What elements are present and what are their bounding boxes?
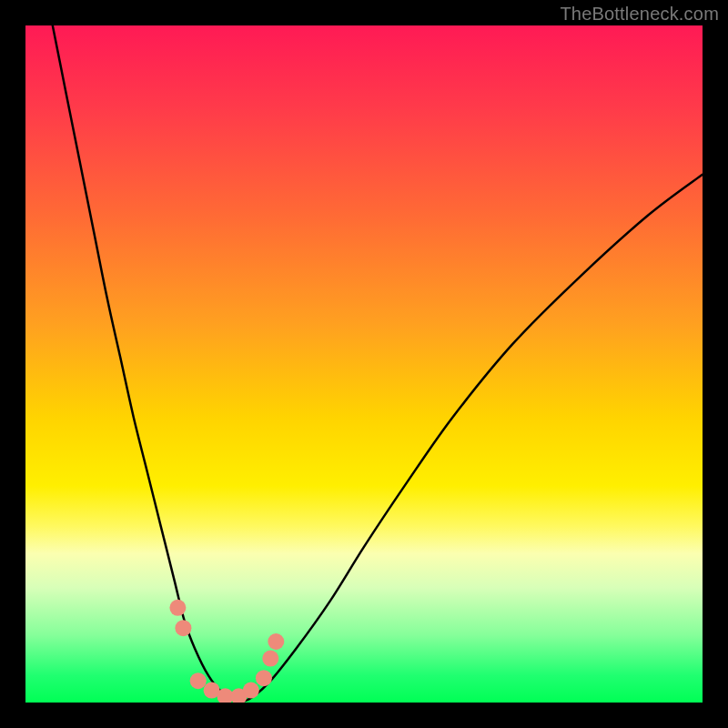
highlight-dot <box>175 620 191 636</box>
highlight-dots-group <box>169 600 284 703</box>
highlight-dot <box>262 651 278 667</box>
bottleneck-curve-svg <box>25 25 703 703</box>
plot-area <box>25 25 703 703</box>
highlight-dot <box>256 670 272 686</box>
highlight-dot <box>243 682 259 699</box>
highlight-dot <box>190 672 207 689</box>
watermark-text: TheBottleneck.com <box>560 4 719 25</box>
chart-frame: TheBottleneck.com <box>0 0 728 728</box>
highlight-dot <box>169 600 186 616</box>
highlight-dot <box>268 633 284 650</box>
bottleneck-curve-path <box>53 25 703 702</box>
